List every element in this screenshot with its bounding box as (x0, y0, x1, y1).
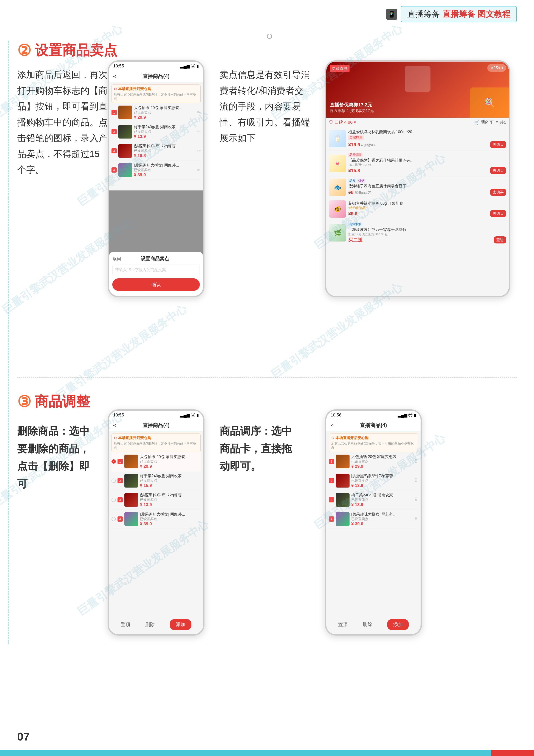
connector-dot (267, 34, 272, 39)
phone4-btn-add[interactable]: 添加 (387, 619, 409, 630)
section-separator (17, 377, 517, 378)
section2-title: 设置商品卖点 (35, 41, 117, 60)
modal-confirm-btn[interactable]: 确认 (112, 278, 200, 291)
phone3-navbar: ＜ 直播商品(4) (109, 419, 203, 431)
section3-reorder-desc: 商品调序：选中商品卡，直接拖动即可。 (219, 422, 301, 475)
phone3-status-bar: 10:55▂▄▆ ⓦ ▮ (109, 411, 203, 419)
header-badge: 直播筹备 直播筹备 图文教程 (401, 6, 517, 22)
modal-input-field[interactable]: 请输入15个字以内的商品文案 (112, 265, 200, 275)
phone3-btn-top[interactable]: 置顶 (121, 621, 130, 628)
bottom-bar (0, 750, 534, 756)
phone3-notice: ⊙本场直播开启安心购 所有已安心购商品享受5重保障，暂不可用的商品不享有权利 (112, 433, 201, 452)
bottom-bar-red (491, 750, 534, 756)
phone4-bottom-btns: 置顶 删除 添加 (326, 619, 420, 630)
phone3-item-2[interactable]: 2 梅干菜240g/瓶 湖南农家... 已设置卖点 ¥ 15.9 (112, 471, 201, 490)
section3-heading: ③ 商品调整 (17, 392, 90, 411)
phone2-showcase: ¥259.0 直播价优惠券17.2元 官方推荐 ▷按我享受17元 更多直播 🍭 … (325, 60, 510, 297)
showcase-item-3: 🐟 品质 优选 盐津铺子深海鱼豆腐休闲零食豆干... ¥8 销量54.1万 去购… (326, 176, 509, 198)
showcase-top-bar: ♡ 口碑 4.86 ▾ 🛒 我的车 ≡ 共5 (326, 118, 509, 127)
showcase-item-2: 🍬 品质保障 【品质保障】香之彩什锦果汁果冻夹... 15.8元/斤 3人包1 … (326, 150, 509, 176)
phone4-right: 10:56▂▄▆ ⓦ ▮ ＜ 直播商品(4) ⊙本场直播开启安心购 所有已安心购… (325, 409, 422, 635)
phone1-time: 10:55 (113, 64, 124, 68)
phone4-item-4[interactable]: 4 [蔗果趣味大拼盘] 网红外... 已设置卖点 ¥ 39.0 ⠿ (329, 509, 418, 529)
header-label-2: 直播筹备 图文教程 (443, 9, 510, 20)
phone3-bottom-btns: 置顶 删除 添加 (109, 619, 203, 630)
phone1-product-4: 4 [蔗果趣味大拼盘] 网红外... 已设置卖点 ¥ 39.0 ✏ (112, 160, 201, 180)
phone3-btn-delete[interactable]: 删除 (145, 621, 155, 628)
section3-title: 商品调整 (35, 392, 90, 411)
phone1-status-bar: 10:55 ▂▄▆ ⓦ ▮ (109, 62, 203, 70)
phone4-notice: ⊙本场直播开启安心购 所有已安心购商品享受5重保障，暂不可用的商品不享有权利 (329, 433, 418, 452)
phone1-product-3: 3 [洪源黑鸭爪/斤] 72g蒜蓉... 已设置卖点 ¥ 16.8 ✏ (112, 141, 201, 160)
phone1-mockup: 10:55 ▂▄▆ ⓦ ▮ ＜ 直播商品(4) ⊙ 本场直播开启安心购 所有已安… (108, 60, 204, 297)
phone3-left: 10:55▂▄▆ ⓦ ▮ ＜ 直播商品(4) ⊙本场直播开启安心购 所有已安心购… (108, 409, 204, 635)
phone4-back-icon[interactable]: ＜ (329, 422, 335, 429)
showcase-item-4: 🐠 花椒鱼香辣小黄鱼 80g 开袋即食 "特约优选品" ¥9.9 去购买 (326, 198, 509, 220)
section2-num: ② (17, 41, 31, 60)
phone4-item-1[interactable]: 1 大包抽纸 20包 家庭实惠装... 已设置卖点 ¥ 29.9 ⠿ (329, 452, 418, 471)
phone4-navbar: ＜ 直播商品(4) (326, 419, 420, 431)
phone4-btn-delete[interactable]: 删除 (363, 621, 372, 628)
section2-right-desc: 卖点信息是有效引导消费者转化/和消费者交流的手段，内容要易懂、有吸引力。看播端展… (219, 67, 310, 146)
phone1-notice: ⊙ 本场直播开启安心购 所有已安心购商品享受5重保障，暂不可用的商品不享有权利 (112, 84, 201, 103)
phone1-product-2: 2 梅干菜240g/瓶 湖南农家... 已设置卖点 ¥ 13.9 ✏ (112, 122, 201, 141)
phone4-item-2[interactable]: 2 [洪源黑鸭爪/斤] 72g蒜蓉... 已设置卖点 ¥ 13.9 ⠿ (329, 471, 418, 490)
phone3-item-3[interactable]: 3 [洪源黑鸭爪/斤] 72g蒜蓉... 已设置卖点 ¥ 13.9 (112, 490, 201, 509)
phone3-back-icon[interactable]: ＜ (112, 422, 117, 429)
showcase-header: ¥259.0 直播价优惠券17.2元 官方推荐 ▷按我享受17元 更多直播 🍭 (326, 62, 509, 118)
phone1-product-list: 1 大包抽纸 20包 家庭实惠装... 已设置卖点 ¥ 29.9 ✏ 2 梅干菜… (109, 103, 203, 180)
section2-heading: ② 设置商品卖点 (17, 41, 117, 60)
phone4-item-3[interactable]: 3 梅干菜240g/瓶 湖南农家... 已设置卖点 ¥ 13.9 ⠿ (329, 490, 418, 509)
phone4-btn-top[interactable]: 置顶 (338, 621, 347, 628)
phone3-item-4[interactable]: 4 [蔗果趣味大拼盘] 网红外... 已设置卖点 ¥ 39.0 (112, 509, 201, 529)
selling-point-modal: 歇词 设置商品卖点 请输入15个字以内的商品文案 确认 (109, 252, 203, 296)
phone3-product-list: ✓ 1 大包抽纸 20包 家庭实惠装... 已设置卖点 ¥ 29.9 2 梅干菜… (109, 452, 203, 529)
section3-delete-desc: 删除商品：选中要删除的商品，点击【删除】即可 (17, 422, 99, 493)
watermark-4: 巨量引擎武汉营业发展服务中心 (53, 301, 190, 404)
phone4-product-list: 1 大包抽纸 20包 家庭实惠装... 已设置卖点 ¥ 29.9 ⠿ 2 [洪源… (326, 452, 420, 529)
header-label-1: 直播筹备 (407, 9, 440, 20)
left-dashed-border (8, 41, 10, 644)
phone1-back-icon[interactable]: ＜ (112, 73, 117, 80)
phone3-btn-add[interactable]: 添加 (170, 619, 191, 630)
page-number: 07 (17, 730, 30, 743)
top-header: 📱 直播筹备 直播筹备 图文教程 (386, 6, 517, 22)
phone4-status-bar: 10:56▂▄▆ ⓦ ▮ (326, 411, 420, 419)
phone1-signal: ▂▄▆ ⓦ ▮ (180, 63, 199, 69)
showcase-item-5: 🌿 花漾波波 【花漾波波】芭乃干零嘴干吃腐竹... 安宝32元便宜泡泡30-10… (326, 220, 509, 246)
bottom-bar-teal (0, 750, 491, 756)
phone1-navbar: ＜ 直播商品(4) (109, 70, 203, 82)
modal-title: 设置商品卖点 (141, 256, 169, 262)
phone3-item-1[interactable]: ✓ 1 大包抽纸 20包 家庭实惠装... 已设置卖点 ¥ 29.9 (112, 452, 201, 471)
showcase-product-list: 🥛 植益爱桃乌龙林乳酸菌饮品 100ml*20... 口感醇厚 ¥19.9 a.… (326, 127, 509, 246)
section3-num: ③ (17, 392, 31, 411)
section2-desc: 添加商品后返回，再次打开购物车标志的【商品】按钮，即可看到直播购物车中的商品。点… (17, 67, 108, 178)
phone1-product-1: 1 大包抽纸 20包 家庭实惠装... 已设置卖点 ¥ 29.9 ✏ (112, 103, 201, 122)
phone1-nav-title: 直播商品(4) (142, 73, 169, 80)
showcase-item-1: 🥛 植益爱桃乌龙林乳酸菌饮品 100ml*20... 口感醇厚 ¥19.9 a.… (326, 127, 509, 150)
modal-back-btn[interactable]: 歇词 (112, 256, 121, 262)
